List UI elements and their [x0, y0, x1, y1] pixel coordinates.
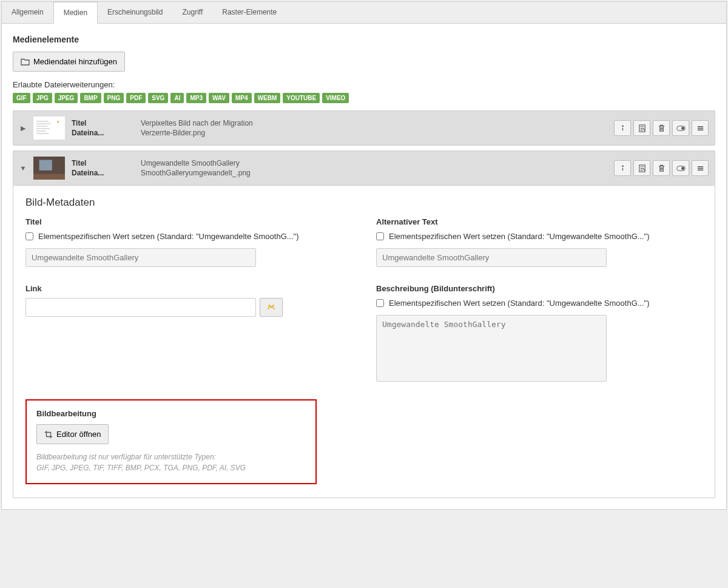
toggle-button[interactable] — [672, 120, 689, 136]
badge: YOUTUBE — [283, 93, 320, 103]
image-edit-section: Bildbearbeitung Editor öffnen Bildbearbe… — [25, 399, 317, 484]
toggle-button[interactable] — [672, 160, 689, 176]
thumbnail: ■ — [33, 116, 66, 140]
svg-point-11 — [681, 127, 684, 130]
badge: JPEG — [55, 93, 78, 103]
add-media-label: Mediendatei hinzufügen — [33, 57, 117, 66]
svg-text:■: ■ — [57, 120, 59, 123]
badge-list: GIF JPG JPEG BMP PNG PDF SVG AI MP3 WAV … — [13, 93, 715, 103]
tab-allgemein[interactable]: Allgemein — [2, 2, 53, 23]
alt-label: Alternativer Text — [376, 217, 703, 226]
title-value: Umgewandelte SmoothGallery — [141, 159, 608, 167]
alt-override-checkbox[interactable] — [376, 232, 384, 240]
badge: SVG — [148, 93, 168, 103]
badge: MP4 — [232, 93, 252, 103]
titel-label: Titel — [25, 217, 352, 226]
open-editor-label: Editor öffnen — [56, 430, 101, 439]
expand-toggle[interactable]: ▶ — [19, 124, 27, 132]
media-row: ▶ ■ Titel Verpixeltes Bild nach der Migr… — [13, 110, 715, 146]
svg-rect-3 — [36, 123, 51, 124]
svg-rect-14 — [33, 174, 65, 180]
badge: AI — [170, 93, 184, 103]
tab-bar: Allgemein Medien Erscheinungsbild Zugrif… — [2, 2, 726, 24]
delete-button[interactable] — [653, 120, 670, 136]
media-row: ▼ Titel Umgewandelte SmoothGallery Datei… — [13, 150, 715, 186]
title-value: Verpixeltes Bild nach der Migration — [141, 119, 608, 127]
desc-textarea[interactable] — [376, 315, 607, 382]
tab-raster-elemente[interactable]: Raster-Elemente — [212, 2, 286, 23]
badge: VIMEO — [322, 93, 349, 103]
link-input[interactable] — [25, 298, 256, 317]
open-editor-button[interactable]: Editor öffnen — [36, 424, 109, 444]
link-wizard-button[interactable] — [260, 298, 283, 317]
metadata-heading: Bild-Metadaten — [25, 197, 703, 209]
edit-button[interactable] — [633, 120, 650, 136]
filename-key: Dateina... — [72, 169, 132, 177]
crop-icon — [44, 430, 53, 439]
title-key: Titel — [72, 159, 132, 167]
svg-rect-6 — [36, 130, 46, 132]
svg-point-19 — [273, 305, 274, 306]
link-wizard-icon — [266, 303, 276, 313]
svg-point-18 — [681, 167, 684, 170]
svg-rect-13 — [39, 160, 52, 171]
alt-input[interactable] — [376, 248, 607, 267]
badge: PDF — [126, 93, 146, 103]
svg-point-8 — [622, 126, 623, 127]
badge: BMP — [80, 93, 101, 103]
svg-rect-2 — [36, 121, 49, 122]
expand-toggle[interactable]: ▼ — [19, 164, 27, 172]
link-label: Link — [25, 284, 352, 293]
titel-override-checkbox[interactable] — [25, 232, 33, 240]
thumbnail — [33, 156, 66, 180]
badge: PNG — [104, 93, 124, 103]
image-edit-heading: Bildbearbeitung — [36, 409, 306, 418]
filename-value: Verzerrte-Bilder.png — [141, 129, 608, 137]
delete-button[interactable] — [653, 160, 670, 176]
svg-rect-5 — [36, 128, 50, 129]
title-key: Titel — [72, 119, 132, 127]
filename-key: Dateina... — [72, 129, 132, 137]
metadata-panel: Bild-Metadaten Titel Elementspezifischen… — [13, 186, 715, 498]
badge: JPG — [33, 93, 52, 103]
desc-override-checkbox[interactable] — [376, 299, 384, 307]
edit-button[interactable] — [633, 160, 650, 176]
drag-handle[interactable] — [692, 160, 709, 176]
info-button[interactable] — [614, 160, 631, 176]
info-button[interactable] — [614, 120, 631, 136]
tab-zugriff[interactable]: Zugriff — [172, 2, 212, 23]
add-media-button[interactable]: Mediendatei hinzufügen — [13, 52, 125, 72]
allowed-extensions-label: Erlaubte Dateierweiterungen: — [13, 80, 715, 89]
tab-erscheinungsbild[interactable]: Erscheinungsbild — [98, 2, 172, 23]
svg-point-15 — [622, 166, 623, 167]
titel-checkbox-label: Elementspezifischen Wert setzen (Standar… — [38, 231, 299, 242]
folder-icon — [21, 58, 30, 66]
desc-label: Beschreibung (Bildunterschrift) — [376, 284, 703, 293]
badge: MP3 — [186, 93, 206, 103]
drag-handle[interactable] — [692, 120, 709, 136]
svg-rect-7 — [36, 133, 49, 134]
image-edit-note: Bildbearbeitung ist nur verfügbar für un… — [36, 451, 306, 473]
desc-checkbox-label: Elementspezifischen Wert setzen (Standar… — [389, 298, 650, 309]
badge: WAV — [209, 93, 229, 103]
filename-value: SmoothGalleryumgewandelt_.png — [141, 169, 608, 177]
section-title: Medienelemente — [13, 35, 715, 44]
titel-input[interactable] — [25, 248, 256, 267]
tab-medien[interactable]: Medien — [53, 2, 98, 24]
badge: GIF — [13, 93, 30, 103]
svg-rect-4 — [36, 126, 47, 127]
badge: WEBM — [254, 93, 281, 103]
alt-checkbox-label: Elementspezifischen Wert setzen (Standar… — [389, 231, 650, 242]
